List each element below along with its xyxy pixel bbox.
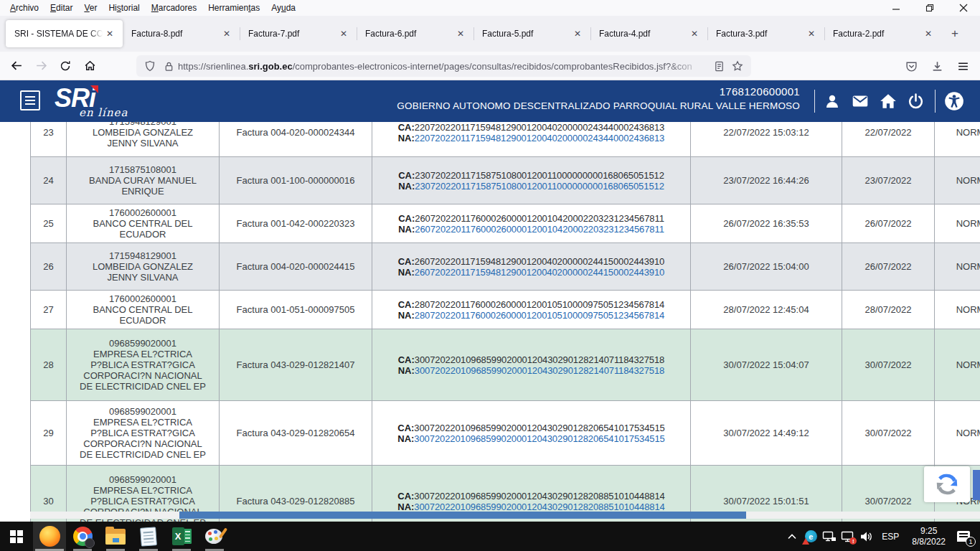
taskbar-file-explorer-button[interactable] <box>99 522 132 551</box>
shield-icon[interactable] <box>141 57 159 75</box>
tab-3[interactable]: Factura-7.pdf✕ <box>240 20 357 47</box>
pocket-icon[interactable] <box>898 55 924 77</box>
system-tray: e ! ESP 9:25 8/8/2022 1 <box>783 522 980 551</box>
mail-icon[interactable] <box>850 92 870 110</box>
tab-close-icon[interactable]: ✕ <box>103 27 117 41</box>
ca-label: CA: <box>397 423 414 433</box>
reload-button[interactable] <box>53 55 77 77</box>
new-tab-button[interactable]: + <box>944 23 966 44</box>
na-link[interactable]: 2607202201171594812900120040200000244150… <box>415 267 664 278</box>
tab-7[interactable]: Factura-3.pdf✕ <box>707 20 824 47</box>
network-icon[interactable] <box>820 522 839 551</box>
windows-logo-icon <box>10 530 23 543</box>
tabs: SRI - SISTEMA DE COMPR✕Factura-8.pdf✕Fac… <box>6 20 941 47</box>
authorization-datetime-cell: 26/07/2022 16:35:53 <box>691 204 842 243</box>
download-icon[interactable] <box>924 55 950 77</box>
tab-close-icon[interactable]: ✕ <box>220 27 234 41</box>
user-icon[interactable] <box>822 92 842 110</box>
reader-mode-icon[interactable] <box>710 57 728 75</box>
windows-start-button[interactable] <box>0 522 33 551</box>
ca-value: 3007202201096859902000120430290128206541… <box>414 423 664 433</box>
issuer-ruc: 0968599020001 <box>71 338 215 349</box>
power-icon[interactable] <box>905 92 925 110</box>
tab-close-icon[interactable]: ✕ <box>336 27 351 41</box>
tab-close-icon[interactable]: ✕ <box>804 27 819 41</box>
horizontal-scrollbar[interactable] <box>30 512 980 519</box>
taskbar-excel-button[interactable]: X <box>165 522 198 551</box>
accessibility-icon[interactable] <box>944 92 964 110</box>
document-cell: Factura 001-051-000097505 <box>220 291 372 329</box>
tab-6[interactable]: Factura-4.pdf✕ <box>590 20 707 47</box>
taskbar-firefox-button[interactable] <box>33 522 66 551</box>
tab-1[interactable]: SRI - SISTEMA DE COMPR✕ <box>6 20 123 47</box>
taskbar: X e ! ESP 9:25 8/8/2022 1 <box>0 522 980 551</box>
na-link[interactable]: 2307202201171587510800120011000000000168… <box>415 181 664 192</box>
na-link[interactable]: 2207202201171594812900120040200000243440… <box>415 133 664 143</box>
ca-label: CA: <box>398 354 415 365</box>
taskbar-notepad-button[interactable] <box>132 522 165 551</box>
menu-marcadores[interactable]: Marcadores <box>146 1 202 14</box>
notification-center-icon[interactable]: 1 <box>953 522 974 551</box>
document-cell: Factura 001-042-000220323 <box>220 204 372 243</box>
forward-button[interactable] <box>29 55 53 77</box>
taskbar-paint-button[interactable] <box>198 522 231 551</box>
na-link[interactable]: 3007202201096859902000120430290128208851… <box>414 501 664 512</box>
language-indicator[interactable]: ESP <box>876 532 905 542</box>
na-label: NA: <box>398 224 415 235</box>
tab-4[interactable]: Factura-6.pdf✕ <box>357 20 473 47</box>
access-keys-cell: CA:2607202201176000260000120010420002203… <box>372 204 691 243</box>
status-cell: NORMAL <box>935 204 980 243</box>
na-link[interactable]: 3007202201096859902000120430290128206541… <box>414 433 664 444</box>
tab-close-icon[interactable]: ✕ <box>570 27 585 41</box>
back-button[interactable] <box>4 55 29 77</box>
tab-8[interactable]: Factura-2.pdf✕ <box>824 20 941 47</box>
url-bar[interactable]: https://srienlinea.sri.gob.ec/comprobant… <box>136 55 751 77</box>
na-link[interactable]: 2607202201176000260000120010420002203231… <box>415 224 664 235</box>
close-button[interactable] <box>946 0 980 16</box>
restore-button[interactable] <box>913 0 946 16</box>
row-number: 23 <box>31 122 67 157</box>
menu-archivo[interactable]: Archivo <box>4 1 44 14</box>
tab-5[interactable]: Factura-5.pdf✕ <box>473 20 590 47</box>
ca-value: 3007202201096859902000120430290128208851… <box>414 491 664 501</box>
minimize-button[interactable] <box>879 0 913 16</box>
tab-title: Factura-3.pdf <box>716 29 804 39</box>
menu-ayuda[interactable]: Ayuda <box>265 1 301 14</box>
lock-icon[interactable] <box>159 57 178 75</box>
issue-date-cell: 26/07/2022 <box>842 204 935 243</box>
ca-value: 3007202201096859902000120430290128214071… <box>415 354 664 365</box>
tab-2[interactable]: Factura-8.pdf✕ <box>123 20 240 47</box>
eset-antivirus-icon[interactable]: e <box>801 522 820 551</box>
bookmark-star-icon[interactable] <box>728 57 747 75</box>
taskbar-chrome-button[interactable] <box>66 522 99 551</box>
recaptcha-badge[interactable] <box>924 466 970 502</box>
house-icon[interactable] <box>878 92 898 110</box>
issuer-cell: 1715948129001LOMBEIDA GONZALEZJENNY SILV… <box>67 243 220 291</box>
menu-historial[interactable]: Historial <box>103 1 145 14</box>
scrollbar-thumb[interactable] <box>179 512 746 519</box>
tab-bar: SRI - SISTEMA DE COMPR✕Factura-8.pdf✕Fac… <box>0 16 980 52</box>
clock[interactable]: 9:25 8/8/2022 <box>905 526 953 547</box>
sidebar-hamburger-icon[interactable] <box>20 90 40 110</box>
display-alert-icon[interactable]: ! <box>839 522 857 551</box>
home-button[interactable] <box>77 55 102 77</box>
tab-close-icon[interactable]: ✕ <box>921 27 936 41</box>
menu-icon[interactable] <box>950 55 976 77</box>
menu-herramientas[interactable]: Herramientas <box>202 1 265 14</box>
tab-close-icon[interactable]: ✕ <box>453 27 468 41</box>
issuer-name-line: DE ELECTRICIDAD CNEL EP <box>71 381 215 392</box>
menu-editar[interactable]: Editar <box>44 1 78 14</box>
invoice-row-25: 251760002600001BANCO CENTRAL DELECUADORF… <box>31 204 980 243</box>
issuer-name-line: EMPRESA EL?CTRICA <box>71 349 215 359</box>
speaker-icon[interactable] <box>857 522 876 551</box>
na-link[interactable]: 2807202201176000260000120010510000975051… <box>415 310 664 321</box>
issuer-name-line: EMPRESA EL?CTRICA <box>71 485 215 496</box>
na-link[interactable]: 3007202201096859902000120430290128214071… <box>415 365 664 376</box>
menu-ver[interactable]: Ver <box>78 1 103 14</box>
issuer-ruc: 0968599020001 <box>71 406 215 417</box>
access-keys-cell: CA:3007202201096859902000120430290128206… <box>372 401 691 466</box>
tab-close-icon[interactable]: ✕ <box>687 27 702 41</box>
issuer-cell: 0968599020001EMPRESA EL?CTRICAP?BLICA ES… <box>67 401 220 466</box>
chevron-up-icon[interactable] <box>783 522 801 551</box>
issue-date-cell: 22/07/2022 <box>842 122 935 157</box>
